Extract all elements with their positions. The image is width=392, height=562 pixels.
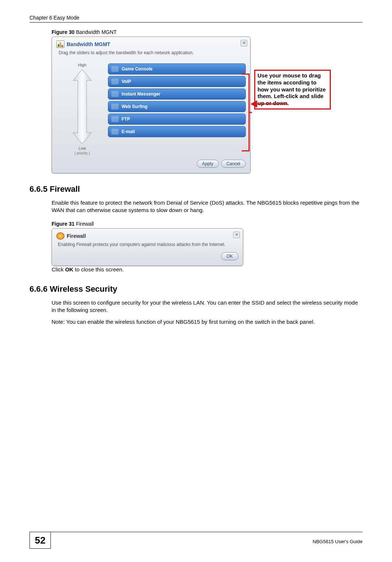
figure-31-after-text: Click OK to close this screen. (52, 266, 363, 273)
voip-icon (111, 79, 119, 84)
callout-area: Use your mouse to drag the items accordi… (254, 37, 357, 110)
section-6-6-5-body: Enable this feature to protect the netwo… (52, 199, 363, 214)
bandwidth-items-list: Game Console VoIP Instant Messenger Web … (108, 61, 246, 155)
guide-name: NBG5615 User's Guide (313, 537, 363, 544)
firewall-icon (56, 232, 64, 240)
priority-arrow-icon (71, 69, 93, 144)
firewall-body-text: Enabling Firewall protects your computer… (58, 242, 237, 247)
bw-item-email[interactable]: E-mail (108, 126, 246, 137)
figure-30: ✕ Bandwidth MGMT Drag the sliders to adj… (52, 37, 363, 173)
figure-31-title: Firewall (74, 221, 94, 227)
email-icon (111, 129, 119, 135)
bandwidth-mgmt-dialog: ✕ Bandwidth MGMT Drag the sliders to adj… (52, 37, 251, 173)
ok-button[interactable]: OK (221, 252, 238, 260)
cancel-button[interactable]: Cancel (221, 160, 246, 168)
dialog-title-row: Firewall (56, 232, 238, 240)
bw-item-ftp[interactable]: FTP (108, 114, 246, 125)
bandwidth-icon (56, 41, 64, 48)
section-6-6-5-heading: 6.6.5 Firewall (29, 184, 363, 194)
page-footer: 52 NBG5615 User's Guide (29, 532, 363, 549)
bw-item-instant-messenger[interactable]: Instant Messenger (108, 89, 246, 100)
ftp-icon (111, 116, 119, 122)
bw-item-web-surfing[interactable]: Web Surfing (108, 101, 246, 112)
low-label: Low (78, 146, 86, 150)
page-number: 52 (29, 532, 51, 549)
figure-31-caption: Figure 31 Firewall (52, 221, 363, 227)
bw-item-game-console[interactable]: Game Console (108, 63, 246, 74)
section-6-6-6-heading: 6.6.6 Wireless Security (29, 284, 363, 294)
bw-item-label: FTP (122, 117, 130, 122)
dialog-subtitle: Drag the sliders to adjust the bandwidth… (59, 50, 246, 55)
figure-31: ✕ Firewall Enabling Firewall protects yo… (52, 228, 243, 266)
svg-marker-0 (73, 69, 91, 144)
chapter-title: Chapter 6 Easy Mode (29, 15, 79, 21)
bw-item-label: E-mail (122, 129, 135, 134)
figure-30-title: Bandwidth MGNT (74, 29, 116, 35)
bw-item-voip[interactable]: VoIP (108, 76, 246, 87)
firewall-dialog: ✕ Firewall Enabling Firewall protects yo… (52, 228, 243, 266)
figure-30-caption: Figure 30 Bandwidth MGNT (52, 29, 363, 35)
dialog-title-text: Firewall (67, 233, 86, 239)
apply-button[interactable]: Apply (197, 160, 219, 168)
dialog-title-row: Bandwidth MGMT (56, 41, 246, 48)
instant-messenger-icon (111, 91, 119, 97)
figure-31-label: Figure 31 (52, 221, 74, 227)
high-label: High (78, 63, 87, 67)
bw-item-label: VoIP (122, 79, 131, 84)
priority-arrow-column: High L (56, 61, 108, 155)
section-6-6-6-body: Use this screen to configure security fo… (52, 299, 363, 314)
bw-item-label: Game Console (122, 66, 153, 72)
priority-caption: ( priority ) (74, 151, 90, 155)
game-console-icon (111, 66, 119, 72)
red-bracket (241, 73, 252, 152)
bw-item-label: Web Surfing (122, 104, 147, 109)
ok-text-bold: OK (65, 266, 74, 273)
text: Click (52, 266, 65, 273)
dialog-title-text: Bandwidth MGMT (67, 41, 110, 47)
figure-30-label: Figure 30 (52, 29, 74, 35)
close-icon[interactable]: ✕ (233, 232, 240, 238)
bw-item-label: Instant Messenger (122, 91, 160, 97)
close-icon[interactable]: ✕ (241, 40, 247, 46)
red-arrow (251, 97, 287, 111)
svg-marker-2 (251, 100, 257, 108)
web-surfing-icon (111, 104, 119, 110)
text: to close this screen. (73, 266, 124, 273)
page-header: Chapter 6 Easy Mode (29, 15, 363, 22)
section-6-6-6-note: Note: You can enable the wireless functi… (52, 318, 363, 326)
